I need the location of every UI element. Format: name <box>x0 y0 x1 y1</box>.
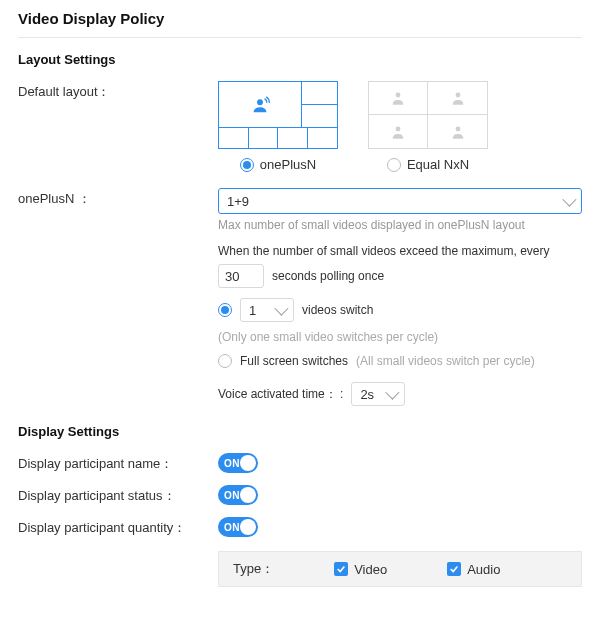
person-icon <box>449 89 467 107</box>
voice-activated-select[interactable]: 2s <box>351 382 405 406</box>
layout-thumb-equalnxn <box>368 81 488 149</box>
svg-point-4 <box>455 126 460 131</box>
full-screen-switches-label: Full screen switches <box>240 354 348 368</box>
chevron-down-icon <box>274 302 288 316</box>
display-name-toggle[interactable]: ON <box>218 453 258 473</box>
polling-seconds-input[interactable]: 30 <box>218 264 264 288</box>
checkbox-checked-icon <box>334 562 348 576</box>
toggle-on-text: ON <box>224 522 240 533</box>
voice-activated-label: Voice activated time： : <box>218 386 343 403</box>
page-title: Video Display Policy <box>18 10 582 27</box>
videos-switch-hint: (Only one small video switches per cycle… <box>218 330 438 344</box>
display-quantity-toggle[interactable]: ON <box>218 517 258 537</box>
svg-point-1 <box>396 93 401 98</box>
svg-point-3 <box>396 126 401 131</box>
toggle-on-text: ON <box>224 490 240 501</box>
toggle-on-text: ON <box>224 458 240 469</box>
oneplusn-select-hint: Max number of small videos displayed in … <box>218 218 582 232</box>
radio-equalnxn-label: Equal NxN <box>407 157 469 172</box>
display-settings-title: Display Settings <box>18 424 582 439</box>
polling-suffix: seconds polling once <box>272 269 384 283</box>
chevron-down-icon <box>386 386 400 400</box>
switch-count-value: 1 <box>249 303 256 318</box>
chevron-down-icon <box>562 193 576 207</box>
radio-oneplusn[interactable] <box>240 158 254 172</box>
svg-point-0 <box>257 99 263 105</box>
display-status-toggle[interactable]: ON <box>218 485 258 505</box>
full-screen-switches-hint: (All small videos switch per cycle) <box>356 354 535 368</box>
layout-option-oneplusn[interactable]: onePlusN <box>218 81 338 172</box>
exceed-text: When the number of small videos exceed t… <box>218 244 582 258</box>
display-quantity-label: Display participant quantity： <box>18 517 218 537</box>
polling-seconds-value: 30 <box>225 269 239 284</box>
display-name-label: Display participant name： <box>18 453 218 473</box>
type-video-checkbox[interactable]: Video <box>334 562 387 577</box>
videos-switch-label: videos switch <box>302 303 373 317</box>
radio-videos-switch[interactable] <box>218 303 232 317</box>
voice-activated-value: 2s <box>360 387 374 402</box>
radio-oneplusn-label: onePlusN <box>260 157 316 172</box>
oneplusn-select[interactable]: 1+9 <box>218 188 582 214</box>
display-status-label: Display participant status： <box>18 485 218 505</box>
person-icon <box>389 123 407 141</box>
layout-thumb-oneplusn <box>218 81 338 149</box>
speaker-icon <box>249 94 271 116</box>
layout-option-equalnxn[interactable]: Equal NxN <box>368 81 488 172</box>
oneplusn-select-value: 1+9 <box>227 194 249 209</box>
radio-full-screen-switches[interactable] <box>218 354 232 368</box>
svg-point-2 <box>455 93 460 98</box>
type-box: Type： Video Audio <box>218 551 582 587</box>
person-icon <box>449 123 467 141</box>
type-audio-checkbox[interactable]: Audio <box>447 562 500 577</box>
switch-count-select[interactable]: 1 <box>240 298 294 322</box>
layout-settings-title: Layout Settings <box>18 52 582 67</box>
oneplusn-label: onePlusN ： <box>18 188 218 208</box>
radio-equalnxn[interactable] <box>387 158 401 172</box>
person-icon <box>389 89 407 107</box>
divider <box>18 37 582 38</box>
checkbox-checked-icon <box>447 562 461 576</box>
type-video-label: Video <box>354 562 387 577</box>
type-audio-label: Audio <box>467 562 500 577</box>
type-label: Type： <box>233 560 274 578</box>
default-layout-label: Default layout： <box>18 81 218 101</box>
